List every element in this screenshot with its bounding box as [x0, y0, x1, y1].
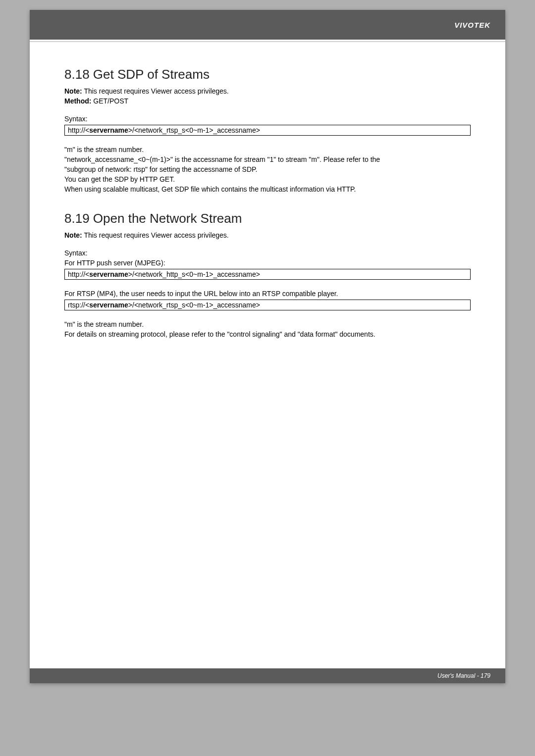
note-label-819: Note: [64, 231, 82, 239]
para-818-1: "m" is the stream number. [64, 146, 471, 153]
note-text-819: This request requires Viewer access priv… [84, 231, 228, 239]
method-text: GET/POST [93, 97, 128, 105]
http-line-819: For HTTP push server (MJPEG): [64, 259, 471, 267]
syntax-code-818: http://<servername>/<network_rtsp_s<0~m-… [64, 125, 471, 136]
section-title-818: 8.18 Get SDP of Streams [64, 67, 471, 82]
para-818-3: "subgroup of network: rtsp" for setting … [64, 165, 471, 173]
method-label: Method: [64, 97, 91, 105]
brand-label: VIVOTEK [454, 21, 490, 29]
para-818-5: When using scalable multicast, Get SDP f… [64, 185, 471, 193]
code-prefix: http://< [68, 270, 89, 278]
code-prefix: rtsp://< [68, 301, 89, 309]
code-server: servername [89, 301, 128, 309]
note-line-819: Note: This request requires Viewer acces… [64, 231, 471, 239]
note-text: This request requires Viewer access priv… [84, 87, 228, 95]
footer-text: User's Manual - 179 [437, 672, 490, 679]
rtsp-code-819: rtsp://<servername>/<network_rtsp_s<0~m-… [64, 300, 471, 310]
note-label: Note: [64, 87, 82, 95]
method-line-818: Method: GET/POST [64, 97, 471, 105]
syntax-label-819: Syntax: [64, 249, 471, 257]
rtsp-line-819: For RTSP (MP4), the user needs to input … [64, 290, 471, 298]
code-prefix: http://< [68, 126, 89, 134]
header-bar: VIVOTEK [30, 10, 505, 40]
content-area: 8.18 Get SDP of Streams Note: This reque… [30, 42, 505, 350]
para-819-2: For details on streaming protocol, pleas… [64, 330, 471, 338]
code-server: servername [89, 270, 128, 278]
footer-bar: User's Manual - 179 [30, 668, 505, 683]
code-suffix: >/<network_rtsp_s<0~m-1>_accessname> [128, 126, 260, 134]
http-code-819: http://<servername>/<network_http_s<0~m-… [64, 269, 471, 280]
para-818-4: You can get the SDP by HTTP GET. [64, 175, 471, 183]
note-line-818: Note: This request requires Viewer acces… [64, 87, 471, 95]
syntax-label-818: Syntax: [64, 115, 471, 123]
para-819-1: "m" is the stream number. [64, 320, 471, 328]
code-suffix: >/<network_rtsp_s<0~m-1>_accessname> [128, 301, 260, 309]
code-suffix: >/<network_http_s<0~m-1>_accessname> [128, 270, 260, 278]
para-818-2: "network_accessname_<0~(m-1)>" is the ac… [64, 155, 471, 163]
code-server: servername [89, 126, 128, 134]
section-title-819: 8.19 Open the Network Stream [64, 211, 471, 226]
page: VIVOTEK 8.18 Get SDP of Streams Note: Th… [30, 10, 505, 683]
